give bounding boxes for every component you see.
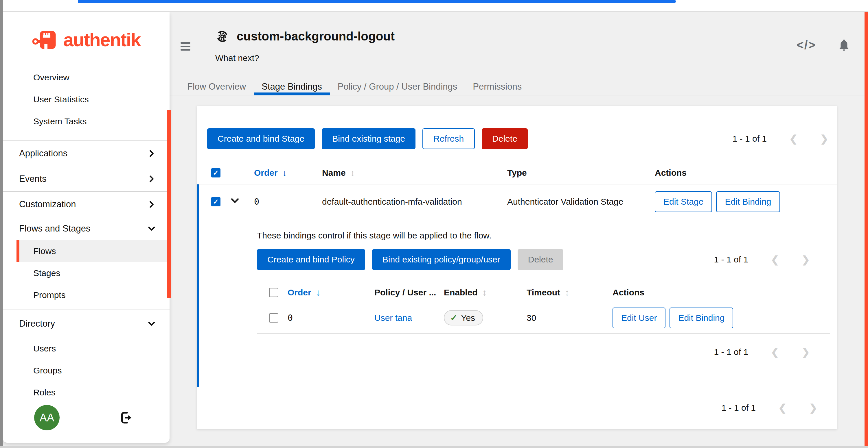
pagination-next-button[interactable]: ❯ — [809, 402, 818, 414]
chevron-right-icon — [147, 174, 156, 183]
refresh-button[interactable]: Refresh — [423, 128, 475, 149]
sidebar-item-user-statistics[interactable]: User Statistics — [3, 89, 169, 110]
pagination-prev-button[interactable]: ❮ — [789, 133, 798, 144]
pagination-top: 1 - 1 of 1 ❮ ❯ — [733, 133, 828, 144]
sidebar-group-events[interactable]: Events — [3, 166, 169, 192]
column-label: Enabled — [444, 287, 478, 298]
column-header-policy-user[interactable]: Policy / User ... — [374, 287, 444, 298]
sidebar-item-label: System Tasks — [33, 116, 87, 126]
sidebar-item-label: Prompts — [33, 290, 66, 300]
policy-delete-button[interactable]: Delete — [518, 249, 564, 270]
pagination-next-button[interactable]: ❯ — [820, 133, 829, 144]
column-label: Type — [507, 168, 527, 178]
column-header-type: Type — [507, 168, 655, 178]
pagination-prev-button[interactable]: ❮ — [778, 402, 787, 414]
row-checkbox[interactable]: ✓ — [211, 197, 220, 206]
sidebar-item-users[interactable]: Users — [17, 338, 169, 359]
sidebar-item-roles[interactable]: Roles — [17, 381, 169, 400]
column-label: Name — [322, 168, 346, 178]
cell-name: default-authentication-mfa-validation — [322, 197, 507, 207]
stage-pagination-bottom: 1 - 1 of 1 ❮ ❯ — [722, 402, 817, 414]
sidebar-group-directory[interactable]: Directory — [3, 310, 169, 338]
page-title: custom-background-logout — [237, 29, 395, 44]
content-area: Create and bind Stage Bind existing stag… — [169, 95, 868, 429]
window-edge-strip — [0, 0, 3, 448]
row-expander-chevron-icon[interactable] — [230, 195, 240, 206]
column-header-enabled[interactable]: Enabled↕ — [444, 287, 527, 298]
tab-stage-bindings[interactable]: Stage Bindings — [254, 78, 330, 95]
page-scrollbar-thumb[interactable] — [865, 12, 868, 448]
sidebar-item-stages[interactable]: Stages — [17, 262, 169, 284]
window-bottom-strip — [0, 446, 868, 448]
chevron-right-icon — [147, 200, 156, 209]
sidebar-item-prompts[interactable]: Prompts — [17, 284, 169, 306]
menu-toggle-button[interactable] — [181, 42, 192, 50]
authentik-logo[interactable]: authentik — [3, 26, 169, 54]
main-area: custom-background-logout What next? </> … — [169, 11, 868, 448]
sidebar-scrollbar-thumb[interactable] — [167, 110, 171, 298]
column-label: Order — [288, 287, 311, 298]
bind-existing-policy-button[interactable]: Bind existing policy/group/user — [372, 249, 511, 270]
column-label: Order — [254, 168, 278, 178]
edit-user-button[interactable]: Edit User — [613, 308, 665, 328]
policy-select-all-checkbox[interactable] — [269, 288, 278, 297]
column-label: Policy / User ... — [374, 287, 436, 298]
create-and-bind-policy-button[interactable]: Create and bind Policy — [257, 249, 365, 270]
edit-binding-button[interactable]: Edit Binding — [716, 191, 780, 212]
edit-stage-button[interactable]: Edit Stage — [655, 191, 712, 212]
stage-toolbar: Create and bind Stage Bind existing stag… — [197, 106, 837, 149]
stage-binding-row: ✓ 0 default-authentication-mfa-validatio… — [199, 184, 837, 219]
pagination-next-button[interactable]: ❯ — [802, 254, 810, 265]
chevron-down-icon — [147, 224, 156, 233]
enabled-badge: ✓Yes — [444, 310, 483, 325]
sidebar-group-label: Applications — [19, 148, 67, 159]
column-header-name[interactable]: Name↕ — [322, 168, 507, 178]
column-header-order[interactable]: Order↓ — [254, 168, 322, 178]
sidebar-item-label: Roles — [33, 388, 56, 398]
sort-icon: ↕ — [482, 287, 487, 298]
logout-icon[interactable] — [120, 411, 133, 424]
column-label: Actions — [655, 168, 687, 178]
cell-type: Authenticator Validation Stage — [507, 197, 655, 207]
column-header-order[interactable]: Order↓ — [288, 287, 374, 298]
sidebar-item-label: User Statistics — [33, 95, 89, 104]
user-link[interactable]: User tana — [374, 313, 412, 322]
sidebar-nav: Overview User Statistics System Tasks Ap… — [3, 67, 169, 400]
bind-existing-stage-button[interactable]: Bind existing stage — [322, 128, 415, 149]
expanded-row-group: ✓ 0 default-authentication-mfa-validatio… — [197, 184, 837, 387]
sidebar-group-label: Flows and Stages — [19, 223, 90, 234]
avatar[interactable]: AA — [34, 405, 60, 430]
browser-chrome-strip — [0, 0, 868, 11]
progress-bar — [78, 0, 676, 3]
pagination-prev-button[interactable]: ❮ — [771, 254, 779, 265]
policy-table-header: Order↓ Policy / User ... Enabled↕ Timeou… — [257, 283, 830, 302]
tab-label: Policy / Group / User Bindings — [338, 81, 458, 92]
sidebar: authentik Overview User Statistics Syste… — [3, 12, 169, 443]
sidebar-item-groups[interactable]: Groups — [17, 359, 169, 381]
pagination-next-button[interactable]: ❯ — [802, 346, 810, 358]
chevron-down-icon — [147, 319, 156, 328]
pagination-prev-button[interactable]: ❮ — [771, 346, 779, 358]
edit-binding-button[interactable]: Edit Binding — [670, 308, 733, 328]
sidebar-item-system-tasks[interactable]: System Tasks — [3, 110, 169, 132]
column-header-timeout[interactable]: Timeout↕ — [527, 287, 613, 298]
select-all-checkbox[interactable]: ✓ — [211, 168, 220, 177]
sidebar-group-label: Directory — [19, 318, 55, 329]
sidebar-item-overview[interactable]: Overview — [3, 67, 169, 89]
policy-binding-row: 0 User tana ✓Yes 30 Edit User Edit Bindi… — [257, 302, 830, 334]
sidebar-group-customization[interactable]: Customization — [3, 192, 169, 217]
tab-flow-overview[interactable]: Flow Overview — [179, 78, 254, 95]
create-and-bind-stage-button[interactable]: Create and bind Stage — [207, 128, 315, 149]
api-code-icon[interactable]: </> — [797, 38, 816, 52]
sidebar-group-label: Events — [19, 174, 46, 184]
sidebar-group-applications[interactable]: Applications — [3, 141, 169, 166]
sort-desc-icon: ↓ — [316, 287, 320, 298]
tab-policy-group-user-bindings[interactable]: Policy / Group / User Bindings — [330, 78, 465, 95]
delete-button[interactable]: Delete — [482, 128, 528, 149]
tab-permissions[interactable]: Permissions — [465, 78, 529, 95]
sort-desc-icon: ↓ — [282, 168, 287, 178]
row-checkbox[interactable] — [269, 313, 278, 322]
sidebar-item-flows[interactable]: Flows — [17, 240, 169, 262]
sidebar-group-flows-and-stages[interactable]: Flows and Stages — [3, 217, 169, 240]
notifications-bell-icon[interactable] — [837, 38, 850, 52]
